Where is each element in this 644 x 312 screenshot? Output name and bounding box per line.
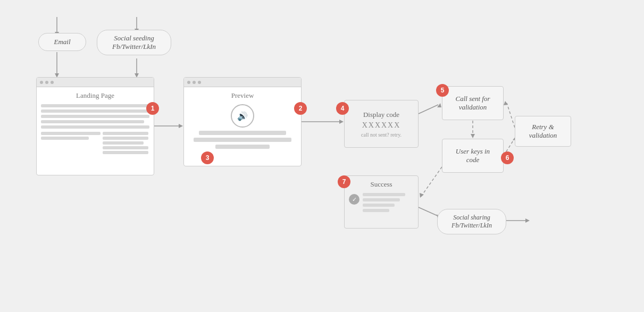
line1: [41, 104, 149, 107]
br1: [103, 132, 148, 135]
retry-validation-box: Retry & validation: [515, 116, 571, 147]
display-code-title: Display code: [363, 111, 399, 119]
check-icon: ✓: [349, 194, 359, 205]
display-code-value: XXXXXX: [362, 121, 401, 130]
br3: [103, 141, 144, 145]
line4: [41, 120, 144, 123]
step-badge-5: 5: [436, 84, 449, 97]
step-badge-4: 4: [336, 102, 349, 115]
success-box: Success ✓: [344, 175, 419, 229]
br5: [103, 151, 148, 154]
retry-validation-label: Retry & validation: [529, 123, 557, 140]
social-seeding-label: Social seeding Fb/Twitter/LkIn: [112, 34, 156, 51]
svg-marker-25: [525, 218, 530, 223]
svg-line-20: [422, 167, 442, 196]
dot5: [193, 81, 196, 84]
retry-text: call not sent? retry.: [361, 132, 402, 138]
step-badge-1: 1: [146, 102, 159, 115]
social-sharing-label: Social sharing Fb/Twitter/LkIn: [451, 214, 492, 230]
step-badge-7: 7: [338, 175, 350, 188]
email-node: Email: [38, 33, 86, 51]
user-keys-label: User keys in code: [456, 147, 490, 164]
svg-marker-13: [437, 103, 441, 107]
preview-title: Preview: [188, 91, 297, 100]
preview-content: Preview 🔊: [184, 87, 301, 153]
step-badge-2: 2: [294, 102, 307, 115]
browser-titlebar-preview: [184, 78, 301, 87]
br4: [103, 146, 148, 149]
user-keys-box: User keys in code: [442, 139, 504, 173]
pline3: [215, 145, 270, 149]
preview-lines: [188, 131, 297, 149]
svg-marker-11: [339, 120, 344, 124]
br2: [103, 137, 148, 140]
svg-marker-9: [179, 124, 183, 128]
success-lines: [363, 193, 405, 214]
svg-line-14: [507, 103, 515, 128]
svg-marker-17: [471, 134, 475, 138]
landing-page-title: Landing Page: [41, 91, 149, 100]
dot1: [40, 81, 43, 84]
bl2: [41, 137, 89, 140]
pline1: [199, 131, 286, 135]
call-sent-box: Call sent for validation: [442, 86, 504, 120]
success-title: Success: [349, 180, 414, 189]
line3: [41, 115, 149, 118]
step-badge-3: 3: [201, 151, 214, 164]
sl2: [363, 198, 400, 201]
svg-marker-15: [504, 101, 508, 105]
line2: [41, 109, 149, 113]
success-content: Success ✓: [345, 176, 418, 218]
email-label: Email: [54, 38, 70, 46]
svg-line-12: [419, 105, 438, 114]
step-badge-6: 6: [501, 151, 514, 164]
left-col: [41, 132, 101, 156]
diagram-canvas: Email Social seeding Fb/Twitter/LkIn Lan…: [0, 0, 644, 312]
bl1: [41, 132, 101, 135]
speaker-icon: 🔊: [231, 104, 254, 128]
dot6: [198, 81, 201, 84]
dot2: [45, 81, 48, 84]
call-sent-label: Call sent for validation: [455, 95, 490, 112]
success-body: ✓: [349, 193, 414, 214]
display-code-box: Display code XXXXXX call not sent? retry…: [344, 100, 419, 148]
line5: [41, 125, 149, 129]
right-col: [103, 132, 148, 156]
svg-line-22: [419, 207, 439, 216]
svg-marker-21: [420, 193, 424, 198]
landing-page-browser: Landing Page: [36, 77, 154, 175]
sl1: [363, 193, 405, 196]
sl3: [363, 204, 395, 207]
social-sharing-node: Social sharing Fb/Twitter/LkIn: [437, 209, 506, 234]
landing-page-content: Landing Page: [37, 87, 154, 161]
preview-browser: Preview 🔊: [183, 77, 302, 166]
dot3: [51, 81, 54, 84]
bottom-section: [41, 132, 149, 156]
sl4: [363, 209, 389, 212]
browser-titlebar-landing: [37, 78, 154, 87]
social-seeding-node: Social seeding Fb/Twitter/LkIn: [97, 30, 171, 55]
dot4: [187, 81, 190, 84]
pline2: [194, 138, 291, 142]
